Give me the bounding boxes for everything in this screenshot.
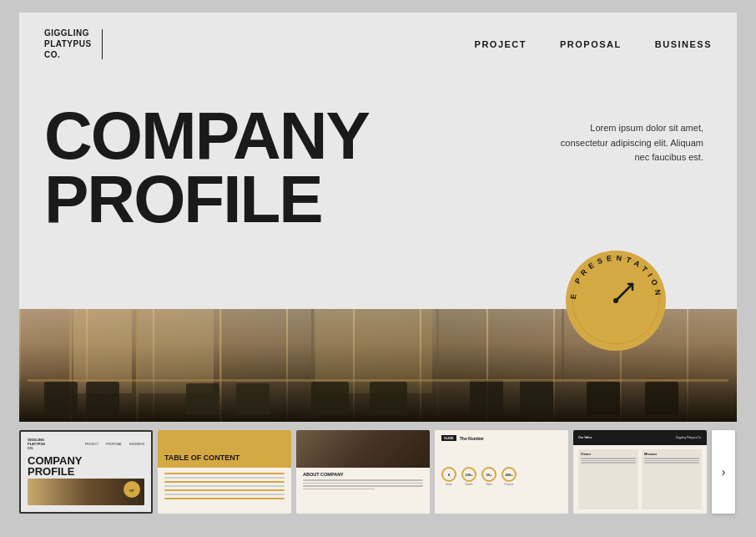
thumb-5-card-mission-line-1	[644, 458, 699, 459]
thumb-5-card-line-1	[581, 458, 636, 459]
hero-description: Lorem ipsum dolor sit amet, consectetur …	[553, 121, 703, 165]
thumb-3-title: About Company	[303, 472, 423, 477]
thumb-3-line-1	[303, 479, 423, 481]
thumb-4-stat-label-2: Clients	[465, 483, 472, 486]
thumb-3-overlay	[296, 430, 430, 468]
thumb-5-card-mission-lines	[644, 458, 699, 464]
thumbnail-strip: GIGGLINGPLATYPUSCO. PROJECT PROPOSAL BUS…	[19, 430, 737, 514]
nav-business[interactable]: BUSINESS	[655, 39, 712, 49]
thumb-4-header: SLIDE The Number	[441, 435, 562, 441]
svg-text:CP: CP	[129, 489, 134, 493]
logo-text: GIGGLING PLATYPUS CO.	[44, 28, 92, 60]
nav-links: PROJECT PROPOSAL BUSINESS	[475, 39, 712, 49]
thumb-1-nav: GIGGLINGPLATYPUSCO. PROJECT PROPOSAL BUS…	[28, 438, 144, 450]
svg-point-6	[613, 298, 618, 303]
thumb-5-card-mission-line-2	[644, 460, 699, 462]
thumb-1-logo: GIGGLINGPLATYPUSCO.	[28, 438, 45, 450]
thumb-2-line-2	[164, 477, 285, 479]
thumb-3-body: About Company	[296, 468, 430, 514]
thumb-5-subtitle: Giggling Platypus Co.	[676, 436, 702, 439]
thumb-1-photo: CP	[28, 479, 144, 505]
hero-title-line1: COMPANY	[44, 104, 369, 168]
thumb-3-line-2	[303, 483, 423, 484]
thumb-5-card-line-3	[581, 462, 636, 464]
thumbnail-2[interactable]: Table of Content	[158, 430, 291, 514]
logo-divider	[102, 29, 103, 59]
thumb-3-line-3	[303, 485, 423, 487]
thumb-2-line-1	[164, 473, 285, 474]
thumb-5-tag: Our Value	[578, 436, 592, 439]
thumb-5-card-mission-title: Mission	[644, 452, 699, 456]
nav-project[interactable]: PROJECT	[475, 39, 527, 49]
thumb-5-card-mission-line-3	[644, 462, 699, 464]
thumb-5-card-vision-lines	[581, 458, 636, 464]
thumb-4-stat-circle-2: 120+	[461, 467, 476, 482]
thumb-1-title: COMPANYPROFILE	[28, 455, 144, 477]
thumb-2-body	[158, 468, 291, 514]
thumb-4-stat-label-1: Items	[446, 483, 451, 486]
thumb-2-line-7	[164, 498, 285, 499]
thumbnail-3[interactable]: About Company	[296, 430, 430, 514]
thumb-3-top	[296, 430, 430, 468]
thumb-3-lines	[303, 479, 423, 489]
hero-title-line2: PROFILE	[44, 168, 369, 231]
thumb-4-stat-circle-4: 450+	[501, 467, 517, 482]
thumb-4-stat-label-3: Years	[486, 483, 492, 486]
thumbnail-4[interactable]: SLIDE The Number 8 Items 120+ Clients 30…	[435, 430, 568, 514]
thumb-4-title: The Number	[460, 436, 484, 441]
thumb-3-line-4	[303, 489, 375, 490]
main-slide: GIGGLING PLATYPUS CO. PROJECT PROPOSAL B…	[19, 13, 737, 422]
thumbnail-5[interactable]: Our Value Giggling Platypus Co. Vision M…	[573, 430, 707, 514]
thumb-4-stat-4: 450+ Projects	[501, 467, 517, 486]
thumb-4-stat-2: 120+ Clients	[461, 467, 476, 486]
thumb-5-card-vision-title: Vision	[581, 452, 636, 456]
thumb-4-stat-1: 8 Items	[441, 467, 456, 486]
thumb-2-line-4	[164, 485, 285, 487]
thumb-4-stat-circle-1: 8	[441, 467, 456, 482]
thumb-2-line-5	[164, 489, 285, 491]
thumb-4-stat-label-4: Projects	[505, 483, 514, 486]
thumb-1-navlinks: PROJECT PROPOSAL BUSINESS	[85, 443, 144, 446]
thumb-5-card-mission: Mission	[642, 449, 702, 509]
slide-navbar: GIGGLING PLATYPUS CO. PROJECT PROPOSAL B…	[19, 13, 737, 75]
thumb-5-top: Our Value Giggling Platypus Co.	[573, 430, 707, 445]
thumb-2-line-6	[164, 494, 285, 495]
thumb-4-stats: 8 Items 120+ Clients 30+ Years 450+ Proj…	[441, 444, 562, 509]
thumbnail-1[interactable]: GIGGLINGPLATYPUSCO. PROJECT PROPOSAL BUS…	[19, 430, 153, 514]
logo: GIGGLING PLATYPUS CO.	[44, 28, 103, 60]
circular-badge: COMPANY PROFILE PRESENTATION	[562, 246, 670, 355]
thumb-5-body: Vision Mission	[573, 445, 707, 514]
thumb-5-card-vision: Vision	[578, 449, 638, 509]
hero-text: COMPANY PROFILE	[44, 104, 369, 231]
thumb-5-card-line-2	[581, 460, 636, 462]
next-arrow-button[interactable]: ›	[712, 430, 735, 514]
thumb-2-top: Table of Content	[158, 430, 291, 468]
thumb-2-title: Table of Content	[164, 454, 239, 463]
nav-proposal[interactable]: PROPOSAL	[560, 39, 622, 49]
thumb-4-stat-3: 30+ Years	[481, 467, 496, 486]
thumb-1-badge: CP	[123, 480, 141, 499]
thumb-4-tag: SLIDE	[441, 435, 456, 441]
thumb-4-stat-circle-3: 30+	[481, 467, 496, 482]
thumb-2-line-3	[164, 481, 285, 483]
